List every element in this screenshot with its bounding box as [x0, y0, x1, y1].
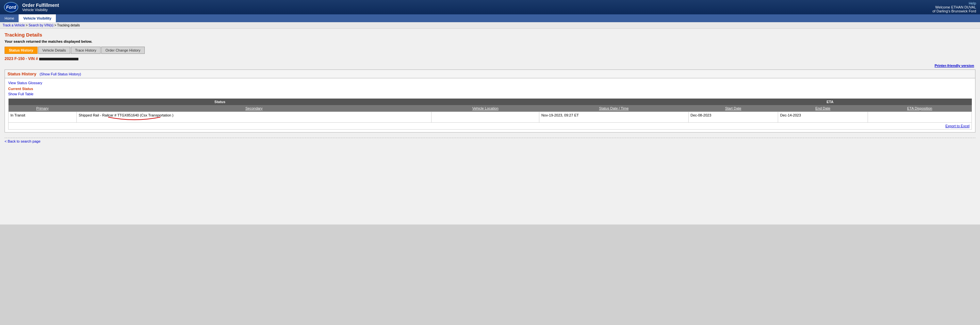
export-to-excel-link[interactable]: Export to Excel — [945, 124, 970, 128]
view-status-glossary-link[interactable]: View Status Glossary — [8, 81, 972, 85]
breadcrumb-track[interactable]: Track a Vehicle — [3, 24, 25, 27]
status-history-section: Status History (Show Full Status History… — [5, 70, 975, 133]
breadcrumb: Track a Vehicle > Search by VIN(s) > Tra… — [0, 22, 980, 29]
status-history-label: Status History — [8, 71, 36, 76]
eta-group-header: ETA — [688, 98, 972, 105]
show-full-table-link[interactable]: Show Full Table — [8, 92, 972, 96]
nav-home[interactable]: Home — [0, 14, 19, 22]
ford-logo-text: Ford — [6, 5, 16, 10]
help-link[interactable]: Help — [969, 1, 976, 5]
status-group-header: Status — [8, 98, 431, 105]
main-content: Tracking Details Your search returned th… — [0, 29, 980, 225]
page-title: Tracking Details — [5, 32, 975, 38]
breadcrumb-current: Tracking details — [57, 24, 80, 27]
header-right: Help Welcome ETHAN DUVAL of Darling's Br… — [932, 1, 976, 13]
navbar: Home Vehicle Visibility — [0, 14, 980, 22]
breadcrumb-search-vin[interactable]: Search by VIN(s) — [29, 24, 53, 27]
search-result-text: Your search returned the matches display… — [5, 40, 975, 43]
section-body: View Status Glossary Current Status Show… — [5, 78, 975, 132]
col-primary[interactable]: Primary — [8, 105, 77, 112]
tab-trace-history[interactable]: Trace History — [71, 47, 100, 54]
printer-friendly-link[interactable]: Printer-friendly version — [935, 63, 974, 68]
app-title: Order Fulfillment — [22, 3, 59, 8]
col-end-date[interactable]: End Date — [778, 105, 868, 112]
tab-vehicle-details[interactable]: Vehicle Details — [38, 47, 70, 54]
col-secondary[interactable]: Secondary — [76, 105, 431, 112]
dealer-text: of Darling's Brunswick Ford — [932, 9, 976, 13]
table-row: In TransitShipped Rail - Railcar # TTGX8… — [8, 112, 972, 123]
printer-friendly-section: Printer-friendly version — [5, 62, 975, 69]
status-history-header: Status History (Show Full Status History… — [5, 70, 975, 78]
col-vehicle-location[interactable]: Vehicle Location — [431, 105, 539, 112]
col-start-date[interactable]: Start Date — [688, 105, 778, 112]
status-table: Status ETA Primary Secondary Vehicle Loc… — [8, 98, 972, 130]
current-status-label: Current Status — [8, 87, 972, 91]
header-left: Ford Order Fulfillment Vehicle Visibilit… — [4, 2, 59, 13]
vin-title: 2023 F-150 - VIN # — [5, 57, 975, 61]
vin-redacted — [39, 58, 78, 60]
col-status-date-time[interactable]: Status Date / Time — [539, 105, 688, 112]
back-to-search-link[interactable]: < Back to search page — [5, 140, 40, 143]
welcome-text: Welcome ETHAN DUVAL — [935, 5, 976, 9]
status-table-body: In TransitShipped Rail - Railcar # TTGX8… — [8, 112, 972, 123]
tab-status-history[interactable]: Status History — [5, 47, 38, 54]
tab-bar: Status History Vehicle Details Trace His… — [5, 47, 975, 54]
header-title: Order Fulfillment Vehicle Visibility — [22, 3, 59, 12]
annotation-arc — [108, 116, 161, 121]
vehicle-location-header — [431, 98, 539, 105]
show-full-status-link[interactable]: (Show Full Status History) — [40, 72, 81, 76]
export-excel-cell: Export to Excel — [8, 123, 972, 130]
ford-logo: Ford — [4, 2, 18, 13]
nav-vehicle-visibility[interactable]: Vehicle Visibility — [19, 14, 56, 22]
vin-prefix: 2023 F-150 - VIN # — [5, 57, 38, 61]
back-to-search: < Back to search page — [5, 138, 975, 144]
status-date-header-blank — [539, 98, 688, 105]
tab-order-change-history[interactable]: Order Change History — [101, 47, 145, 54]
app-header: Ford Order Fulfillment Vehicle Visibilit… — [0, 0, 980, 14]
app-subtitle: Vehicle Visibility — [22, 8, 59, 12]
col-eta-disposition[interactable]: ETA Disposition — [868, 105, 972, 112]
